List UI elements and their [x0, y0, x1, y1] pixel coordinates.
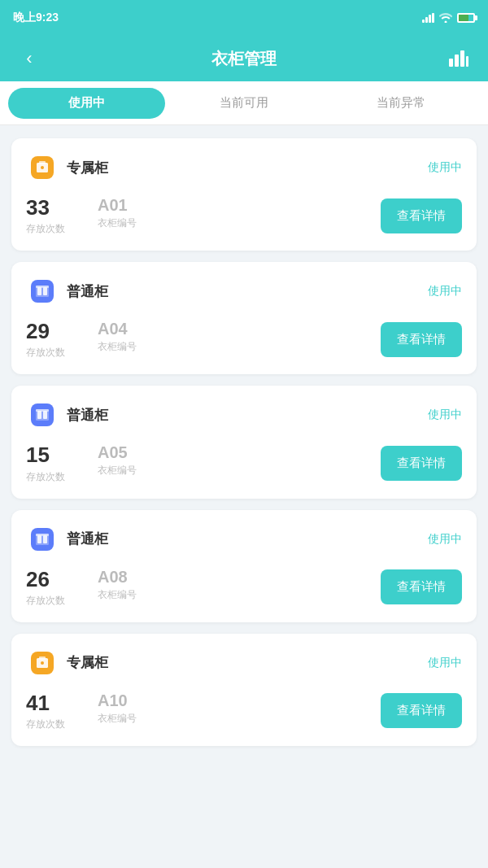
card-header: 专属柜 使用中 [26, 647, 462, 679]
stat-count-value: 29 [26, 319, 65, 344]
stat-count: 26 存放次数 [26, 567, 65, 608]
signal-icon [422, 13, 434, 23]
tab-abnormal[interactable]: 当前异常 [323, 88, 480, 119]
stat-code-label: 衣柜编号 [98, 340, 137, 354]
stat-count: 41 存放次数 [26, 691, 65, 731]
stat-count-value: 33 [26, 195, 65, 220]
card-header: 普通柜 使用中 [26, 399, 462, 431]
detail-button[interactable]: 查看详情 [381, 322, 462, 357]
chart-button[interactable] [446, 46, 472, 72]
stat-code-value: A05 [98, 443, 137, 462]
card-body: 29 存放次数 A04 衣柜编号 查看详情 [26, 319, 462, 360]
locker-icon [26, 647, 59, 679]
locker-icon [26, 275, 59, 308]
card-stats: 29 存放次数 A04 衣柜编号 [26, 319, 137, 360]
card-header-left: 普通柜 [26, 523, 108, 556]
back-button[interactable]: ‹ [16, 46, 42, 72]
stat-code-label: 衣柜编号 [98, 464, 137, 478]
svg-rect-22 [36, 534, 49, 536]
locker-card: 普通柜 使用中 26 存放次数 A08 衣柜编号 查看详情 [11, 510, 477, 622]
svg-rect-1 [455, 55, 459, 67]
locker-type: 专属柜 [67, 159, 108, 177]
locker-status: 使用中 [428, 284, 462, 299]
wifi-icon [439, 13, 452, 23]
svg-point-7 [41, 166, 44, 169]
stat-count-label: 存放次数 [26, 594, 65, 608]
locker-card: 专属柜 使用中 33 存放次数 A01 衣柜编号 查看详情 [11, 138, 477, 251]
card-body: 26 存放次数 A08 衣柜编号 查看详情 [26, 567, 462, 608]
stat-code: A01 衣柜编号 [98, 195, 137, 236]
locker-type: 普通柜 [67, 530, 108, 548]
stat-count-value: 15 [26, 443, 65, 468]
stat-code-label: 衣柜编号 [98, 588, 137, 602]
card-stats: 41 存放次数 A10 衣柜编号 [26, 691, 137, 731]
stat-code: A04 衣柜编号 [98, 319, 137, 360]
locker-type: 普通柜 [67, 406, 108, 425]
locker-status: 使用中 [428, 656, 462, 670]
detail-button[interactable]: 查看详情 [381, 693, 462, 728]
svg-rect-10 [37, 287, 41, 295]
card-header-left: 普通柜 [26, 399, 108, 431]
detail-button[interactable]: 查看详情 [381, 446, 462, 481]
stat-code: A08 衣柜编号 [98, 567, 137, 608]
stat-count-label: 存放次数 [26, 470, 65, 484]
page-title: 衣柜管理 [211, 48, 277, 70]
svg-rect-0 [449, 59, 453, 67]
svg-rect-2 [460, 50, 464, 67]
card-header-left: 专属柜 [26, 647, 108, 679]
stat-count-value: 26 [26, 567, 65, 592]
stat-count-value: 41 [26, 691, 65, 716]
stat-count: 29 存放次数 [26, 319, 65, 360]
tab-bar: 使用中 当前可用 当前异常 [0, 81, 488, 125]
svg-rect-25 [39, 656, 46, 660]
stat-code-value: A04 [98, 319, 137, 338]
card-header: 普通柜 使用中 [26, 275, 462, 308]
tab-in-use[interactable]: 使用中 [8, 88, 165, 119]
card-stats: 15 存放次数 A05 衣柜编号 [26, 443, 137, 483]
svg-point-26 [41, 661, 44, 665]
chart-icon [449, 50, 468, 67]
stat-count: 15 存放次数 [26, 443, 65, 483]
stat-count-label: 存放次数 [26, 718, 65, 731]
header: ‹ 衣柜管理 [0, 36, 488, 81]
svg-rect-17 [36, 409, 49, 412]
stat-code-value: A08 [98, 567, 137, 587]
stat-code-label: 衣柜编号 [98, 712, 137, 726]
card-header: 普通柜 使用中 [26, 523, 462, 556]
card-body: 15 存放次数 A05 衣柜编号 查看详情 [26, 443, 462, 483]
tab-available[interactable]: 当前可用 [165, 88, 322, 119]
card-stats: 33 存放次数 A01 衣柜编号 [26, 195, 137, 236]
card-header-left: 专属柜 [26, 151, 108, 184]
svg-rect-6 [39, 161, 46, 164]
locker-status: 使用中 [428, 160, 462, 175]
locker-icon [26, 151, 59, 184]
locker-card: 专属柜 使用中 41 存放次数 A10 衣柜编号 查看详情 [11, 634, 477, 746]
card-list: 专属柜 使用中 33 存放次数 A01 衣柜编号 查看详情 [0, 125, 488, 759]
status-bar: 晚上9:23 [0, 0, 488, 36]
status-time: 晚上9:23 [13, 11, 59, 25]
status-icons [422, 13, 475, 23]
battery-icon [457, 13, 475, 23]
stat-count: 33 存放次数 [26, 195, 65, 236]
svg-rect-3 [466, 56, 468, 67]
locker-status: 使用中 [428, 408, 462, 422]
detail-button[interactable]: 查看详情 [381, 569, 462, 604]
svg-rect-21 [43, 535, 47, 543]
card-header-left: 普通柜 [26, 275, 108, 308]
stat-code-label: 衣柜编号 [98, 216, 137, 230]
stat-code: A10 衣柜编号 [98, 691, 137, 731]
locker-icon [26, 523, 59, 556]
stat-count-label: 存放次数 [26, 222, 65, 236]
stat-code-value: A10 [98, 691, 137, 710]
card-body: 33 存放次数 A01 衣柜编号 查看详情 [26, 195, 462, 236]
svg-rect-15 [37, 411, 41, 419]
detail-button[interactable]: 查看详情 [381, 198, 462, 233]
stat-count-label: 存放次数 [26, 346, 65, 360]
svg-rect-16 [43, 411, 47, 419]
svg-rect-12 [36, 286, 49, 288]
locker-icon [26, 399, 59, 431]
svg-rect-11 [43, 287, 47, 295]
stat-code-value: A01 [98, 195, 137, 215]
locker-type: 普通柜 [67, 282, 108, 301]
card-body: 41 存放次数 A10 衣柜编号 查看详情 [26, 691, 462, 731]
